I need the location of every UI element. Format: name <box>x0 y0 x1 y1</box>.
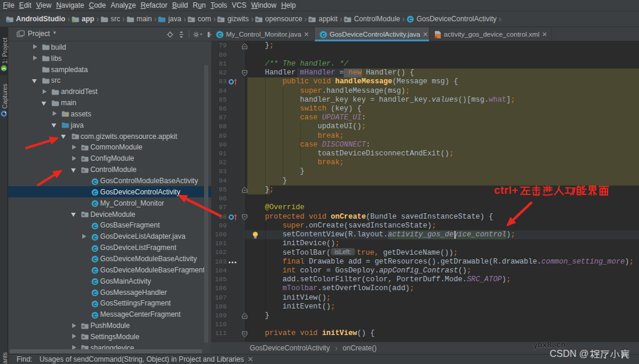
svg-text:C: C <box>93 279 96 285</box>
svg-text:C: C <box>93 178 96 184</box>
svg-text:C: C <box>93 201 96 207</box>
svg-text:C: C <box>408 16 412 22</box>
svg-text:C: C <box>93 256 96 262</box>
svg-text:C: C <box>93 223 96 229</box>
svg-text:C: C <box>93 245 96 251</box>
svg-text:C: C <box>93 301 96 307</box>
svg-text:C: C <box>93 190 96 196</box>
svg-text:C: C <box>93 234 96 240</box>
svg-text:C: C <box>218 31 221 37</box>
svg-text:C: C <box>93 312 96 318</box>
svg-text:C: C <box>321 31 325 37</box>
svg-text:C: C <box>93 290 96 296</box>
svg-text:C: C <box>93 268 96 274</box>
